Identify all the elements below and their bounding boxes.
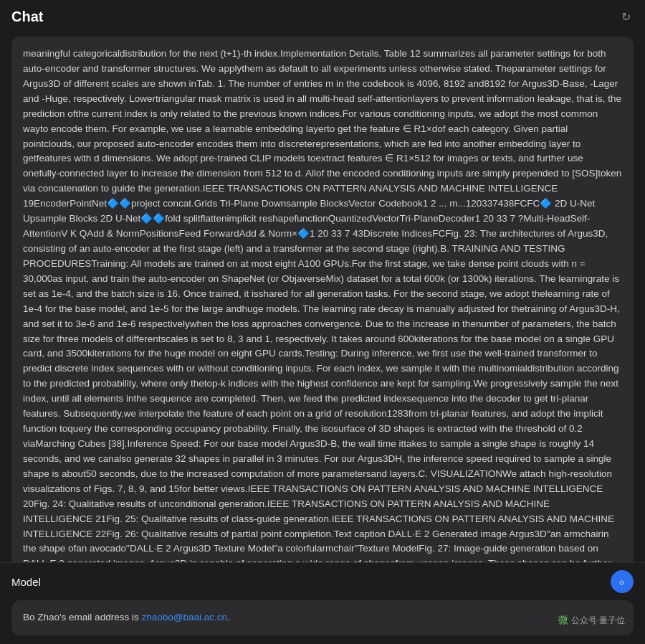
chat-content[interactable]: meaningful categoricaldistribution for t… xyxy=(0,31,645,562)
header: Chat ↻ xyxy=(0,0,645,31)
watermark-wx-icon: 微 xyxy=(558,612,568,628)
message-text: meaningful categoricaldistribution for t… xyxy=(23,48,621,562)
user-message: meaningful categoricaldistribution for t… xyxy=(11,37,634,562)
refresh-icon[interactable]: ↻ xyxy=(618,9,634,25)
watermark-text: 公众号·量子位 xyxy=(571,614,625,628)
answer-text-suffix: . xyxy=(227,612,230,622)
page-title: Chat xyxy=(11,9,43,25)
bottom-section: Model ⬦ Bo Zhao's email address is zhaob… xyxy=(0,562,645,644)
answer-text-prefix: Bo Zhao's email address is xyxy=(23,612,141,622)
answer-email-link[interactable]: zhaobo@baai.ac.cn xyxy=(141,612,227,622)
answer-bubble: Bo Zhao's email address is zhaobo@baai.a… xyxy=(11,600,634,635)
watermark: 微 公众号·量子位 xyxy=(558,612,625,628)
model-label: Model xyxy=(11,576,41,588)
app-container: Chat ↻ meaningful categoricaldistributio… xyxy=(0,0,645,644)
model-bar: Model ⬦ xyxy=(0,562,645,600)
model-star-icon[interactable]: ⬦ xyxy=(611,570,634,593)
